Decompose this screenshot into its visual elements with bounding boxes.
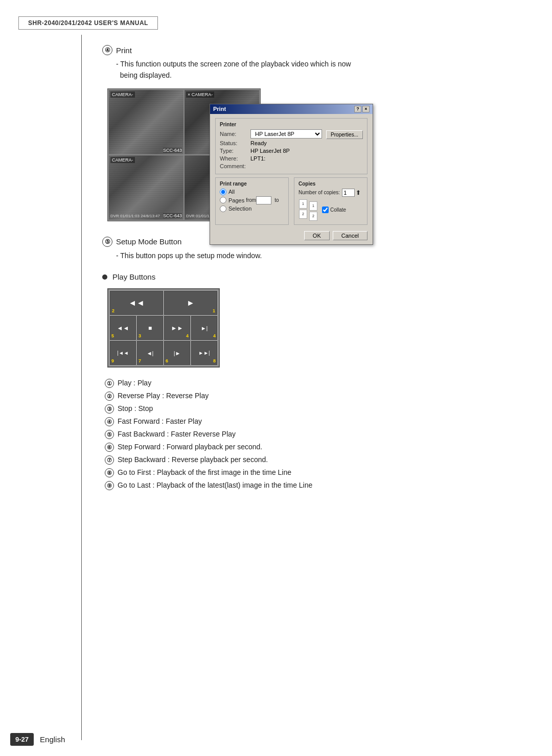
print-options-row: Print range All Pages from — [215, 177, 367, 228]
page-icon-4: 2 — [309, 212, 317, 221]
printer-type-label: Type: — [220, 148, 250, 154]
go-to-first-icon: |◄◄ — [117, 350, 128, 356]
dialog-buttons: OK Cancel — [215, 231, 367, 240]
list-num-7: ⑦ — [105, 455, 114, 465]
left-margin — [0, 35, 82, 740]
go-to-first-button[interactable]: |◄◄ 9 — [110, 341, 136, 365]
step-forward-icon: |► — [174, 350, 181, 356]
cam-label-1: CAMERA- — [110, 91, 135, 98]
fast-backward-button[interactable]: ◄◄ 5 — [110, 316, 136, 340]
step-backward-button[interactable]: ◄| 7 — [137, 341, 163, 365]
play-buttons-title-row: Play Buttons — [102, 272, 526, 281]
print-pages-radio-row: Pages from to — [220, 196, 284, 204]
ok-button[interactable]: OK — [304, 231, 330, 240]
dialog-title: Print — [213, 106, 226, 112]
print-to-label: to — [274, 197, 279, 203]
step-forward-button[interactable]: |► 6 — [164, 341, 190, 365]
collate-checkbox[interactable] — [322, 207, 329, 213]
setup-number: ⑤ — [102, 237, 112, 247]
setup-description: - This button pops up the setup mode win… — [116, 250, 526, 261]
go-to-last-icon: ►►| — [198, 350, 210, 356]
print-number: ④ — [102, 45, 112, 55]
go-to-first-num: 9 — [111, 358, 114, 363]
list-text-9: Go to Last : Playback of the latest(last… — [118, 480, 312, 491]
pages-stack-2: 1 2 — [309, 201, 318, 221]
fast-forward-button[interactable]: ►► 4 — [164, 316, 190, 340]
print-range-group: Print range All Pages from — [215, 177, 289, 225]
list-num-5: ⑤ — [105, 430, 114, 439]
print-from-input[interactable] — [256, 196, 271, 204]
fast-backward-icon: ◄◄ — [117, 325, 129, 332]
stop-button[interactable]: ■ 3 — [137, 316, 163, 340]
printer-status-label: Status: — [220, 140, 250, 146]
stop-icon: ■ — [148, 325, 152, 332]
copies-number-input[interactable] — [342, 189, 355, 197]
list-item-2: ② Reverse Play : Reverse Play — [105, 391, 526, 401]
manual-title: SHR-2040/2041/2042 USER'S MANUAL — [18, 16, 158, 30]
copies-spinner[interactable]: ⬆ — [356, 189, 361, 196]
cam-cell-1: CAMERA- SCC-643 — [109, 90, 183, 154]
stop-num: 3 — [139, 333, 141, 338]
printer-type-value: HP LaserJet 8P — [250, 148, 323, 154]
print-pages-radio[interactable] — [220, 197, 226, 203]
printer-status-value: Ready — [250, 140, 323, 146]
print-all-label: All — [228, 189, 235, 195]
fast-forward-end-icon: ►| — [201, 325, 208, 331]
printer-details: Name: HP LaserJet 8P Status: Ready — [220, 129, 323, 171]
section-play-buttons: Play Buttons ◄◄ 2 ► 1 ◄◄ 5 — [102, 272, 526, 491]
list-text-8: Go to First : Playback of the first imag… — [118, 467, 291, 478]
fast-forward-num: 4 — [186, 333, 189, 338]
cam-timestamp-3: DVR 01/01/1:03 24/8/13:47 — [110, 214, 160, 218]
dialog-close-btn[interactable]: ? — [354, 106, 361, 112]
cam-scc-1: SCC-643 — [163, 148, 182, 153]
list-text-6: Step Forward : Forward playback per seco… — [118, 442, 262, 452]
fast-forward-end-num: 4 — [213, 333, 216, 338]
list-item-7: ⑦ Step Backward : Reverse playback per s… — [105, 454, 526, 465]
dialog-titlebar: Print ? × — [210, 104, 373, 114]
pages-stack-1: 1 2 — [298, 199, 308, 221]
copies-group: Copies Number of copies: ⬆ 1 — [294, 177, 367, 225]
go-to-last-num: 8 — [213, 358, 216, 363]
reverse-play-num: 2 — [112, 308, 114, 313]
print-all-radio[interactable] — [220, 189, 226, 195]
printer-group: Printer Name: HP LaserJet 8P — [215, 118, 367, 174]
collate-label: Collate — [330, 207, 346, 213]
list-text-3: Stop : Stop — [118, 403, 153, 414]
play-buttons-label: Play Buttons — [112, 272, 155, 281]
fast-backward-num: 5 — [111, 333, 114, 338]
collate-checkbox-row: Collate — [322, 207, 346, 213]
step-forward-num: 6 — [166, 358, 168, 363]
reverse-play-icon: ◄◄ — [128, 299, 145, 308]
reverse-play-button[interactable]: ◄◄ 2 — [110, 291, 163, 315]
step-backward-icon: ◄| — [147, 350, 154, 356]
list-text-4: Fast Forward : Faster Play — [118, 416, 202, 427]
cam-label-3: CAMERA- — [110, 157, 135, 163]
copies-number-row: Number of copies: ⬆ — [298, 189, 363, 197]
cam-label-2: × CAMERA- — [186, 91, 214, 98]
printer-where-row: Where: LPT1: — [220, 155, 323, 162]
copies-number-label: Number of copies: — [298, 190, 340, 195]
play-button[interactable]: ► 1 — [164, 291, 217, 315]
printer-name-select[interactable]: HP LaserJet 8P — [250, 129, 322, 139]
list-item-6: ⑥ Step Forward : Forward playback per se… — [105, 442, 526, 452]
play-num: 1 — [213, 308, 215, 313]
print-selection-radio[interactable] — [220, 205, 226, 212]
print-description: - This function outputs the screen zone … — [116, 58, 526, 81]
page-footer: 9-27 English — [0, 733, 552, 746]
page-number-badge: 9-27 — [10, 733, 34, 746]
list-text-2: Reverse Play : Reverse Play — [118, 391, 209, 401]
list-num-1: ① — [105, 379, 114, 388]
list-text-1: Play : Play — [118, 378, 151, 388]
cancel-button[interactable]: Cancel — [333, 231, 367, 240]
page-copy-icons: 1 2 1 2 — [298, 199, 318, 221]
bullet-icon — [102, 274, 107, 280]
fast-forward-icon: ►► — [171, 325, 183, 332]
content-area: ④ Print - This function outputs the scre… — [82, 35, 552, 740]
page-icon-3: 1 — [309, 201, 317, 211]
dialog-x-btn[interactable]: × — [362, 106, 370, 112]
go-to-last-button[interactable]: ►►| 8 — [191, 341, 217, 365]
fast-forward-end-button[interactable]: ►| 4 — [191, 316, 217, 340]
properties-button[interactable]: Properties... — [326, 130, 363, 139]
print-selection-radio-row: Selection — [220, 205, 284, 212]
setup-label: Setup Mode Button — [116, 237, 181, 246]
